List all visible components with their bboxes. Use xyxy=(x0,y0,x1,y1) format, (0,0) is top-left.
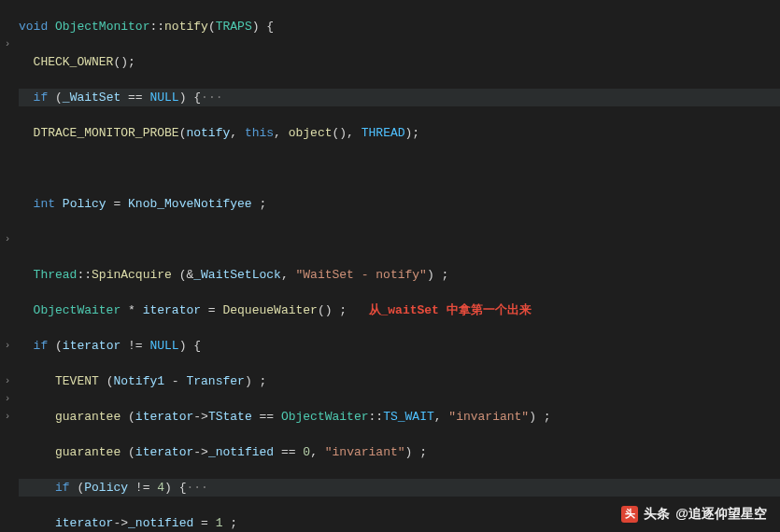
function: guarantee xyxy=(55,445,121,459)
gutter-cell xyxy=(0,319,15,337)
member: TState xyxy=(208,410,252,424)
code-line: guarantee (iterator->_notified == 0, "in… xyxy=(19,443,780,461)
gutter-cell xyxy=(0,160,15,177)
gutter-cell xyxy=(0,195,15,213)
string: "WaitSet - notify" xyxy=(296,268,427,282)
type: Thread xyxy=(34,268,78,282)
member: _notified xyxy=(128,516,193,530)
gutter-cell xyxy=(0,461,15,479)
var: Policy xyxy=(84,481,128,495)
var: iterator xyxy=(55,516,113,530)
keyword: if xyxy=(34,339,49,353)
watermark-icon: 头 xyxy=(621,506,638,523)
keyword: if xyxy=(55,481,70,495)
fold-dots[interactable]: ··· xyxy=(186,481,207,495)
gutter-cell xyxy=(0,177,15,195)
fold-marker[interactable]: › xyxy=(0,390,15,408)
gutter-cell xyxy=(0,479,15,497)
macro: CHECK_OWNER xyxy=(34,55,114,69)
code-line: Thread::SpinAcquire (&_WaitSetLock, "Wai… xyxy=(19,266,780,284)
keyword: void xyxy=(19,20,48,34)
code-line: guarantee (iterator->TState == ObjectWai… xyxy=(19,408,780,426)
code-line: DTRACE_MONITOR_PROBE(notify, this, objec… xyxy=(19,124,780,142)
gutter-cell xyxy=(0,0,15,18)
fold-marker[interactable]: › xyxy=(0,231,15,248)
const: THREAD xyxy=(362,126,405,140)
gutter-cell xyxy=(0,497,15,514)
gutter-cell xyxy=(0,355,15,372)
type: ObjectWaiter xyxy=(281,410,369,424)
function: notify xyxy=(164,20,208,34)
gutter-cell xyxy=(0,301,15,319)
gutter-cell xyxy=(0,142,15,160)
gutter-cell xyxy=(0,514,15,532)
watermark-prefix: 头条 xyxy=(644,505,670,523)
var: iterator xyxy=(135,445,193,459)
watermark: 头 头条 @追逐仰望星空 xyxy=(621,505,767,523)
type: ObjectWaiter xyxy=(34,303,121,317)
var: iterator xyxy=(63,339,121,353)
code-editor: › › › › › › void ObjectMonitor::notify(T… xyxy=(0,0,780,532)
number: 1 xyxy=(216,516,223,530)
code-line: if (Policy != 4) {··· xyxy=(19,479,780,497)
macro: TRAPS xyxy=(216,20,252,34)
const: TS_WAIT xyxy=(383,410,434,424)
gutter-cell xyxy=(0,266,15,284)
number: 4 xyxy=(157,481,164,495)
var: Knob_MoveNotifyee xyxy=(128,197,252,211)
gutter-cell xyxy=(0,71,15,89)
code-line: ObjectWaiter * iterator = DequeueWaiter(… xyxy=(19,301,780,319)
code-line xyxy=(19,160,780,177)
string: "invariant" xyxy=(325,445,405,459)
var: iterator xyxy=(135,410,193,424)
gutter-cell xyxy=(0,89,15,106)
gutter-cell xyxy=(0,426,15,443)
arg: Notify1 xyxy=(113,374,164,388)
member: _notified xyxy=(208,445,274,459)
const: NULL xyxy=(149,339,178,353)
fold-marker[interactable]: › xyxy=(0,35,15,53)
fold-marker[interactable]: › xyxy=(0,337,15,355)
gutter-cell xyxy=(0,124,15,142)
gutter-cell xyxy=(0,106,15,124)
number: 0 xyxy=(303,445,310,459)
keyword: int xyxy=(34,197,55,211)
arg: Transfer xyxy=(186,374,244,388)
fold-marker[interactable]: › xyxy=(0,408,15,426)
fold-marker[interactable]: › xyxy=(0,372,15,390)
fold-dots[interactable]: ··· xyxy=(201,91,222,105)
keyword: if xyxy=(34,91,49,105)
const: NULL xyxy=(149,91,178,105)
var: _WaitSetLock xyxy=(193,268,281,282)
code-area[interactable]: void ObjectMonitor::notify(TRAPS) { CHEC… xyxy=(15,0,780,532)
var: _WaitSet xyxy=(63,91,121,105)
code-line xyxy=(19,231,780,248)
gutter-cell xyxy=(0,284,15,301)
function: guarantee xyxy=(55,410,121,424)
watermark-handle: @追逐仰望星空 xyxy=(675,505,767,523)
code-line: if (_WaitSet == NULL) {··· xyxy=(19,89,780,106)
function: DequeueWaiter xyxy=(222,303,317,317)
var: iterator xyxy=(143,303,201,317)
string: "invariant" xyxy=(448,410,529,424)
code-line: int Policy = Knob_MoveNotifyee ; xyxy=(19,195,780,213)
gutter-cell xyxy=(0,443,15,461)
gutter-cell xyxy=(0,53,15,71)
gutter-fold-column: › › › › › › xyxy=(0,0,15,532)
gutter-cell xyxy=(0,18,15,35)
code-line: void ObjectMonitor::notify(TRAPS) { xyxy=(19,18,780,35)
arg: notify xyxy=(186,126,230,140)
code-line: if (iterator != NULL) { xyxy=(19,337,780,355)
var: Policy xyxy=(63,197,106,211)
macro: DTRACE_MONITOR_PROBE xyxy=(34,126,179,140)
code-line: CHECK_OWNER(); xyxy=(19,53,780,71)
type: ObjectMonitor xyxy=(55,20,149,34)
code-line: TEVENT (Notify1 - Transfer) ; xyxy=(19,372,780,390)
function: SpinAcquire xyxy=(92,268,172,282)
macro: TEVENT xyxy=(55,374,99,388)
keyword: this xyxy=(245,126,274,140)
function: object xyxy=(289,126,333,140)
gutter-cell xyxy=(0,248,15,266)
annotation: 从_waitSet 中拿第一个出来 xyxy=(369,303,532,317)
gutter-cell xyxy=(0,213,15,231)
